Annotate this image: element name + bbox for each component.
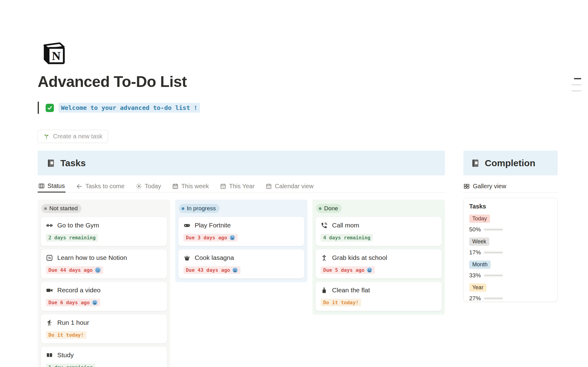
status-pill-not-started[interactable]: Not started — [41, 204, 81, 213]
page-outline-indicator[interactable] — [570, 78, 581, 96]
create-new-task-button[interactable]: Create a new task — [37, 130, 108, 143]
calendar-icon — [266, 183, 272, 189]
due-badge: Do it today! — [321, 299, 361, 306]
task-title: Go to the Gym — [57, 222, 99, 229]
white-check-mark-emoji — [46, 104, 54, 112]
game-controller-icon — [183, 222, 190, 229]
svg-text:N: N — [52, 49, 61, 63]
tab-this-year-label: This Year — [229, 183, 254, 190]
due-badge: Due 3 days ago — [183, 234, 238, 242]
due-badge: Due 5 days ago — [321, 266, 375, 274]
progress-bar — [484, 229, 503, 230]
outline-line — [571, 84, 581, 85]
task-title: Play Fortnite — [195, 222, 231, 229]
kanban-board: Not started Go to the Gym 2 days remaini… — [38, 200, 445, 367]
status-pill-label: Done — [324, 205, 338, 212]
task-title: Cook lasagna — [195, 254, 234, 261]
task-card-call-mom[interactable]: Call mom 4 days remaining — [315, 217, 442, 246]
notion-logo[interactable]: N — [40, 39, 66, 66]
outline-line — [571, 90, 581, 92]
column-not-started: Not started Go to the Gym 2 days remaini… — [38, 200, 170, 367]
cold-face-emoji — [92, 300, 98, 305]
tab-status[interactable]: Status — [38, 180, 66, 193]
task-card-cook-lasagna[interactable]: Cook lasagna Due 43 days ago — [178, 249, 305, 279]
tab-gallery-view[interactable]: Gallery view — [463, 180, 558, 193]
task-card-record-a-video[interactable]: Record a video Due 6 days ago — [41, 282, 167, 311]
task-title: Grab kids at school — [332, 254, 387, 261]
progress-percent: 17% — [469, 249, 484, 256]
quote-bar — [38, 102, 39, 114]
tab-today-label: Today — [145, 183, 161, 190]
status-pill-label: In progress — [187, 205, 216, 212]
progress-percent: 33% — [469, 272, 484, 279]
completion-section-header: Completion — [463, 151, 558, 175]
svg-text:N: N — [48, 256, 51, 260]
status-dot — [182, 207, 184, 210]
task-card-learn-notion[interactable]: N Learn how to use Notion Due 44 days ag… — [41, 249, 167, 279]
task-title: Clean the flat — [332, 286, 370, 294]
view-tabs: Status Tasks to come Today This week Thi… — [38, 180, 445, 193]
task-title: Learn how to use Notion — [57, 254, 127, 261]
progress-bar — [484, 298, 503, 299]
tab-tasks-to-come[interactable]: Tasks to come — [75, 180, 125, 193]
task-card-study[interactable]: Study 1 day remaining — [41, 346, 167, 367]
task-card-clean-the-flat[interactable]: Clean the flat Do it today! — [315, 282, 442, 311]
calendar-icon — [220, 183, 226, 189]
welcome-callout: Welcome to your advanced to-do list ! — [38, 102, 200, 114]
page-title[interactable]: Advanced To-Do List — [38, 73, 187, 91]
task-title: Run 1 hour — [57, 319, 89, 326]
completion-tasks-card[interactable]: Tasks Today 50% Week 17% Month 33% Year … — [463, 198, 558, 302]
completion-card-title: Tasks — [469, 203, 552, 210]
dumbbell-icon — [46, 222, 53, 229]
status-pill-in-progress[interactable]: In progress — [179, 204, 220, 213]
due-badge: Do it today! — [46, 331, 86, 339]
tab-this-year[interactable]: This Year — [219, 180, 255, 193]
tab-this-week-label: This week — [181, 183, 209, 190]
status-dot — [319, 207, 322, 210]
sun-icon — [136, 183, 142, 189]
tasks-section-title: Tasks — [60, 158, 86, 168]
task-title: Call mom — [332, 222, 359, 229]
tag-month: Month — [469, 260, 491, 269]
status-pill-done[interactable]: Done — [316, 204, 341, 213]
child-icon — [321, 254, 328, 261]
gallery-grid-icon — [463, 183, 470, 189]
welcome-text: Welcome to your advanced to-do list ! — [58, 103, 200, 113]
runner-icon — [46, 319, 53, 326]
cold-face-emoji — [367, 267, 372, 273]
progress-row-year: 27% — [469, 295, 552, 302]
notion-logo-icon: N — [40, 39, 66, 66]
tab-status-label: Status — [47, 182, 65, 189]
column-in-progress: In progress Play Fortnite Due 3 days ago — [175, 200, 308, 282]
tab-tasks-to-come-label: Tasks to come — [85, 183, 125, 190]
task-card-run-1-hour[interactable]: Run 1 hour Do it today! — [41, 314, 167, 343]
due-badge: Due 6 days ago — [46, 299, 100, 306]
column-done: Done Call mom 4 days remaining Grab kids… — [312, 200, 445, 315]
progress-bar — [484, 275, 503, 276]
tab-this-week[interactable]: This week — [172, 180, 209, 193]
ledger-book-icon — [471, 159, 480, 168]
spray-bottle-icon — [321, 287, 328, 294]
cold-face-emoji — [229, 235, 235, 241]
task-card-play-fortnite[interactable]: Play Fortnite Due 3 days ago — [178, 217, 305, 246]
task-card-grab-kids[interactable]: Grab kids at school Due 5 days ago — [315, 249, 442, 279]
ledger-book-icon — [46, 159, 55, 168]
video-camera-icon — [46, 287, 53, 294]
calendar-icon — [172, 183, 179, 189]
task-title: Record a video — [57, 286, 100, 294]
status-dot — [44, 207, 47, 210]
cooking-pot-icon — [183, 254, 190, 261]
tag-week: Week — [469, 238, 489, 246]
outline-line — [574, 78, 581, 79]
due-badge: 1 day remaining — [46, 364, 95, 367]
tab-calendar-view[interactable]: Calendar view — [265, 180, 314, 193]
task-card-go-to-the-gym[interactable]: Go to the Gym 2 days remaining — [41, 217, 167, 246]
tab-calendar-view-label: Calendar view — [275, 183, 314, 190]
tab-today[interactable]: Today — [135, 180, 162, 193]
seedling-icon — [43, 133, 50, 140]
cold-face-emoji — [95, 267, 101, 273]
progress-row-month: 33% — [469, 272, 552, 279]
board-columns-icon — [38, 183, 45, 189]
completion-section-title: Completion — [485, 158, 535, 168]
arrow-left-icon — [76, 183, 83, 190]
